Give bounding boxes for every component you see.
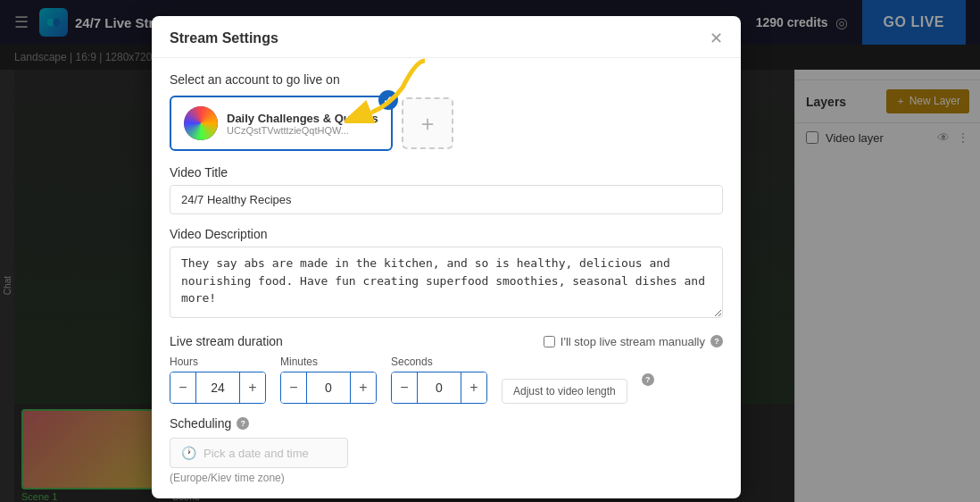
modal-title: Stream Settings	[170, 30, 278, 46]
scheduling-header: Scheduling ?	[170, 416, 723, 431]
account-avatar-inner	[184, 106, 218, 140]
hours-field: Hours − +	[170, 356, 266, 404]
video-description-label: Video Description	[170, 227, 723, 241]
stop-manually-label: I'll stop live stream manually	[561, 335, 705, 348]
minutes-decrement-button[interactable]: −	[281, 372, 306, 403]
seconds-stepper: − +	[391, 372, 487, 404]
video-title-label: Video Title	[170, 165, 723, 180]
minutes-increment-button[interactable]: +	[351, 372, 376, 403]
scheduling-help-icon[interactable]: ?	[237, 417, 249, 430]
duration-section: Live stream duration I'll stop live stre…	[170, 334, 723, 404]
hours-input[interactable]	[195, 372, 240, 403]
account-id: UCzQstTVwtttzieQqtHQW...	[227, 125, 378, 136]
account-row: Daily Challenges & Quizzes UCzQstTVwtttz…	[170, 96, 723, 151]
adjust-help-icon[interactable]: ?	[642, 373, 654, 386]
hours-increment-button[interactable]: +	[240, 372, 265, 403]
timezone-text: (Europe/Kiev time zone)	[170, 472, 723, 484]
hours-decrement-button[interactable]: −	[170, 372, 195, 403]
seconds-decrement-button[interactable]: −	[392, 372, 417, 403]
account-card[interactable]: Daily Challenges & Quizzes UCzQstTVwtttz…	[170, 96, 393, 151]
stop-manually-help-icon[interactable]: ?	[710, 335, 723, 347]
calendar-icon: 🕐	[181, 446, 196, 460]
modal-close-button[interactable]: ✕	[710, 30, 723, 46]
account-section-label: Select an account to go live on	[170, 72, 723, 87]
minutes-field: Minutes − +	[280, 356, 377, 404]
seconds-label: Seconds	[391, 356, 433, 368]
adjust-to-video-button[interactable]: Adjust to video length	[502, 379, 627, 404]
date-input-wrapper[interactable]: 🕐 Pick a date and time	[170, 438, 348, 468]
stop-manually-checkbox[interactable]	[544, 336, 555, 347]
seconds-input[interactable]	[417, 372, 461, 403]
minutes-input[interactable]	[306, 372, 351, 403]
duration-inputs: Hours − + Minutes − + Seco	[170, 356, 723, 404]
hours-stepper: − +	[170, 372, 266, 404]
video-title-group: Video Title	[170, 165, 723, 214]
video-description-group: Video Description They say abs are made …	[170, 227, 723, 322]
hours-label: Hours	[170, 356, 198, 368]
date-placeholder: Pick a date and time	[203, 447, 309, 460]
add-account-button[interactable]: ＋	[402, 97, 453, 149]
stop-manually-row: I'll stop live stream manually ?	[544, 335, 723, 348]
stream-settings-modal: Stream Settings ✕ Select an account to g…	[152, 16, 741, 498]
minutes-label: Minutes	[280, 356, 318, 368]
modal-header: Stream Settings ✕	[152, 16, 741, 58]
duration-title: Live stream duration	[170, 334, 283, 348]
modal-body: Select an account to go live on Daily Ch…	[152, 58, 741, 498]
scheduling-title: Scheduling	[170, 416, 231, 431]
duration-header: Live stream duration I'll stop live stre…	[170, 334, 723, 348]
video-description-input[interactable]: They say abs are made in the kitchen, an…	[170, 247, 723, 318]
scheduling-section: Scheduling ? 🕐 Pick a date and time (Eur…	[170, 416, 723, 484]
account-check-icon: ✓	[378, 90, 398, 110]
account-name: Daily Challenges & Quizzes	[227, 112, 378, 125]
account-avatar	[184, 106, 218, 140]
account-info: Daily Challenges & Quizzes UCzQstTVwtttz…	[227, 112, 378, 136]
seconds-field: Seconds − +	[391, 356, 487, 404]
video-title-input[interactable]	[170, 185, 723, 214]
minutes-stepper: − +	[280, 372, 377, 404]
seconds-increment-button[interactable]: +	[461, 372, 486, 403]
